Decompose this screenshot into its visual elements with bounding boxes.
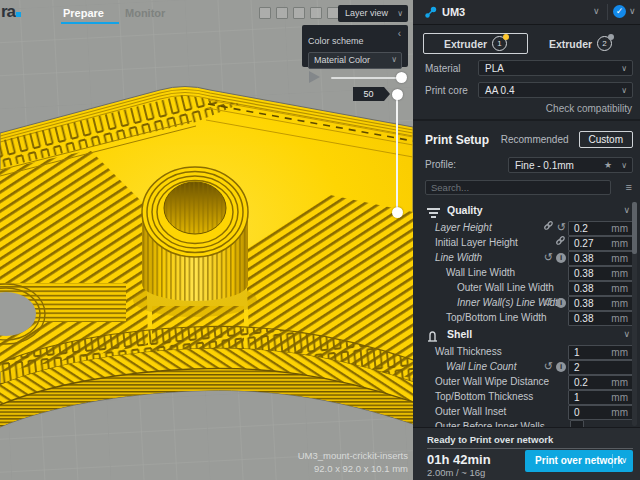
setting-value-field[interactable]: 0.38mm <box>568 281 633 296</box>
undo-icon[interactable]: ↺ <box>544 296 553 309</box>
setting-value-field[interactable]: 1mm <box>568 390 633 405</box>
setting-row[interactable]: Outer Wall Inset0mm <box>413 404 640 419</box>
chevron-down-icon: ∨ <box>397 5 403 22</box>
extruder-1-tab[interactable]: Extruder 1 <box>423 33 528 54</box>
setting-value-field[interactable]: 1mm <box>568 345 633 360</box>
extruder-1-material-dot <box>503 34 509 40</box>
setting-row[interactable]: Inner Wall(s) Line Width↺i0.38mm <box>413 295 640 310</box>
view-toolbar <box>259 7 339 19</box>
setting-value: 0.38 <box>574 282 593 295</box>
view-preset-top-icon[interactable] <box>293 7 305 19</box>
setting-value-field[interactable]: 0.38mm <box>568 311 633 326</box>
settings-section-header[interactable]: Quality∨ <box>413 201 640 220</box>
setting-row[interactable]: Wall Thickness1mm <box>413 344 640 359</box>
view-preset-front-icon[interactable] <box>276 7 288 19</box>
filter-menu-icon[interactable]: ≡ <box>626 181 632 193</box>
chevron-down-icon: ∨ <box>623 201 630 220</box>
profile-dropdown[interactable]: Fine - 0.1mm ★ ∨ <box>508 157 633 173</box>
profile-label: Profile: <box>425 159 456 170</box>
setting-value-field[interactable]: 0.38mm <box>568 251 633 266</box>
layer-slider-track[interactable] <box>396 94 398 213</box>
setting-value-field[interactable]: 0.38mm <box>568 266 633 281</box>
setting-row[interactable]: Initial Layer Height0.27mm <box>413 235 640 250</box>
setting-value-field[interactable]: 0.2mm <box>568 375 633 390</box>
info-icon[interactable]: i <box>556 298 566 308</box>
settings-scrollbar[interactable] <box>632 202 637 426</box>
search-row: ≡ <box>413 180 640 195</box>
setting-unit: mm <box>611 267 628 280</box>
setting-value-field[interactable]: 2 <box>568 360 633 375</box>
check-compatibility-link[interactable]: Check compatibility <box>546 103 632 114</box>
tab-prepare[interactable]: Prepare <box>63 7 104 19</box>
view-preset-left-icon[interactable] <box>310 7 322 19</box>
setting-value: 0.38 <box>574 252 593 265</box>
setting-row[interactable]: Layer Height↺0.2mm <box>413 220 640 235</box>
setting-value: 0.38 <box>574 312 593 325</box>
material-dropdown[interactable]: PLA∨ <box>478 60 633 76</box>
recommended-mode-button[interactable]: Recommended <box>491 131 579 148</box>
settings-list: Quality∨Layer Height↺0.2mmInitial Layer … <box>413 201 640 428</box>
settings-section-header[interactable]: Shell∨ <box>413 325 640 344</box>
chain-link-icon[interactable] <box>543 220 554 235</box>
tab-monitor[interactable]: Monitor <box>125 7 165 19</box>
setting-label: Wall Line Width <box>446 265 515 280</box>
chain-link-icon[interactable] <box>555 235 566 250</box>
settings-search-input[interactable] <box>425 180 611 195</box>
undo-icon[interactable]: ↺ <box>544 360 553 373</box>
undo-icon[interactable]: ↺ <box>557 221 566 234</box>
setting-unit: mm <box>611 376 628 389</box>
setting-row[interactable]: Wall Line Count↺i2 <box>413 359 640 374</box>
connection-dropdown-chevron-icon[interactable]: ∨ <box>629 6 636 16</box>
viewport-3d[interactable]: ra Prepare Monitor Layer view∨ Color sch… <box>0 0 413 480</box>
setting-row[interactable]: Line Width↺i0.38mm <box>413 250 640 265</box>
undo-icon[interactable]: ↺ <box>544 251 553 264</box>
info-icon[interactable]: i <box>556 253 566 263</box>
print-time-estimate: 01h 42min <box>427 452 491 467</box>
setting-row-icons: ↺i <box>544 359 566 374</box>
setting-row[interactable]: Top/Bottom Thickness1mm <box>413 389 640 404</box>
chevron-down-icon: ∨ <box>621 83 627 98</box>
setting-row[interactable]: Outer Wall Line Width0.38mm <box>413 280 640 295</box>
setting-value-field[interactable]: 0mm <box>568 405 633 420</box>
print-over-network-button[interactable]: Print over network ∨ <box>525 450 633 472</box>
setting-row[interactable]: Wall Line Width0.38mm <box>413 265 640 280</box>
extruder-2-tab[interactable]: Extruder 2 <box>528 33 633 54</box>
setting-label: Layer Height <box>435 220 492 235</box>
chevron-down-icon: ∨ <box>621 61 627 76</box>
setting-unit: mm <box>611 237 628 250</box>
color-scheme-panel: Color scheme ‹ Material Color∨ <box>302 25 408 67</box>
extruder-tabs: Extruder 1 Extruder 2 <box>423 33 633 54</box>
setting-label: Line Width <box>435 250 482 265</box>
scrollbar-thumb[interactable] <box>632 202 637 254</box>
layer-slider-top-handle[interactable] <box>392 89 403 100</box>
logo-dot <box>16 12 21 17</box>
setting-unit: mm <box>611 312 628 325</box>
setting-unit: mm <box>611 346 628 359</box>
printcore-dropdown[interactable]: AA 0.4∨ <box>478 82 633 98</box>
layer-range-slider-handle[interactable] <box>396 72 407 83</box>
setting-row[interactable]: Outer Wall Wipe Distance0.2mm <box>413 374 640 389</box>
view-preset-3d-icon[interactable] <box>259 7 271 19</box>
color-scheme-dropdown[interactable]: Material Color∨ <box>308 52 402 69</box>
collapse-panel-icon[interactable]: ‹ <box>398 28 401 39</box>
settings-panel: UM3 ∨ ✓ ∨ Extruder 1 Extruder 2 <box>413 0 640 480</box>
printer-dropdown-chevron-icon[interactable]: ∨ <box>593 6 600 16</box>
setting-label: Wall Line Count <box>446 359 516 374</box>
view-mode-dropdown[interactable]: Layer view∨ <box>338 5 408 22</box>
setting-value: 1 <box>574 346 580 359</box>
setting-row-icons: ↺i <box>544 295 566 310</box>
custom-mode-button[interactable]: Custom <box>579 131 633 148</box>
layer-slider-bottom-handle[interactable] <box>392 207 403 218</box>
setting-value-field[interactable]: 0.2mm <box>568 221 633 236</box>
info-icon[interactable]: i <box>556 362 566 372</box>
setting-label: Outer Wall Wipe Distance <box>435 374 549 389</box>
layer-range-slider-track[interactable] <box>331 77 402 79</box>
setting-row[interactable]: Top/Bottom Line Width0.38mm <box>413 310 640 325</box>
connection-ok-icon[interactable]: ✓ <box>613 5 626 18</box>
setting-value-field[interactable]: 0.38mm <box>568 296 633 311</box>
layer-animation-play-button[interactable] <box>309 71 320 83</box>
setting-value-field[interactable]: 0.27mm <box>568 236 633 251</box>
section-divider <box>413 119 640 121</box>
print-job-footer: Ready to Print over network 01h 42min 2.… <box>413 427 640 480</box>
setting-label: Outer Wall Line Width <box>457 280 554 295</box>
